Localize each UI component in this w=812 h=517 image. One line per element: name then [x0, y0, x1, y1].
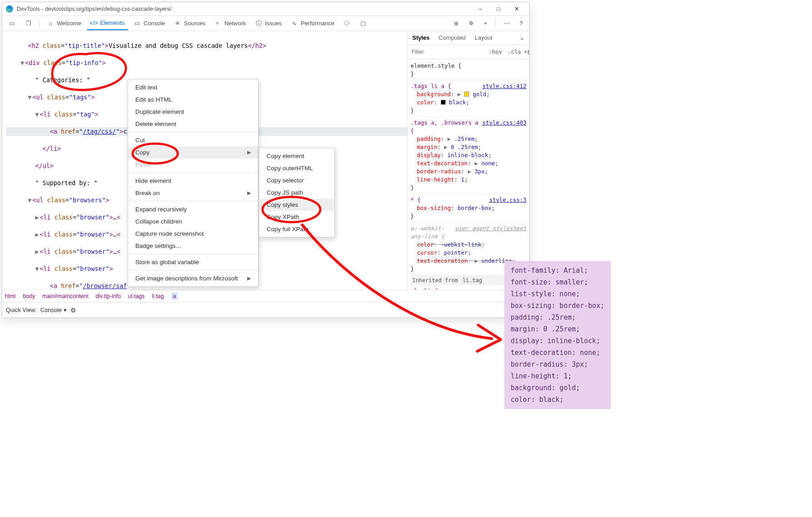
styles-filter-input[interactable] [408, 46, 486, 58]
ctx-copy-outerhtml[interactable]: Copy outerHTML [259, 162, 334, 174]
crumb-tip-info[interactable]: div.tip-info [96, 293, 121, 299]
rule-source-link[interactable]: style.css:403 [482, 119, 526, 127]
device-button[interactable]: ❐ [21, 17, 36, 30]
tab-network[interactable]: ᯤNetwork [211, 17, 250, 30]
hov-toggle[interactable]: :hov [486, 47, 505, 57]
quickview-label: Quick View: [6, 307, 37, 313]
chevron-down-icon: ▾ [64, 307, 67, 313]
tab-memory-icon[interactable]: ⧂ [340, 17, 354, 30]
dom-breadcrumbs: html body main#maincontent div.tip-info … [2, 289, 529, 302]
crumb-main[interactable]: main#maincontent [42, 293, 88, 299]
close-button[interactable]: ✕ [508, 2, 526, 15]
ctx-edit-text[interactable]: Edit text [128, 81, 258, 93]
tab-application-icon[interactable]: ▢ [356, 17, 370, 30]
window-title: DevTools - devtoolstips.org/tips/en/debu… [17, 6, 171, 12]
chevron-right-icon: ▶ [247, 190, 251, 196]
window-titlebar: DevTools - devtoolstips.org/tips/en/debu… [2, 2, 529, 16]
tab-console[interactable]: ▭Console [130, 17, 169, 30]
crumb-li-tag[interactable]: li.tag [152, 293, 164, 299]
help-icon[interactable]: ? [516, 17, 526, 29]
crumb-html[interactable]: html [5, 293, 16, 299]
ctx-delete[interactable]: Delete element [128, 118, 258, 130]
dom-href-css: /tag/css/ [83, 128, 116, 135]
quickview-drawer: Quick View: Console ▾ ⚙ [2, 302, 529, 317]
ctx-hide[interactable]: Hide element [128, 175, 258, 187]
styles-pane: Styles Computed Layout ⌄ :hov .cls + ▤ e… [407, 31, 529, 289]
ctx-edit-html[interactable]: Edit as HTML [128, 93, 258, 106]
more-tabs-icon[interactable]: ⌄ [515, 32, 529, 44]
chevron-right-icon: ▶ [247, 149, 251, 155]
rule-source-link[interactable]: style.css:3 [489, 196, 526, 204]
rule-star[interactable]: style.css:3 * { box-sizing: border-box; … [411, 194, 526, 223]
maximize-button[interactable]: □ [489, 2, 508, 15]
ctx-img-desc[interactable]: Get image descriptions from Microsoft▶ [128, 272, 258, 284]
minimize-button[interactable]: – [471, 2, 489, 15]
gear-icon[interactable]: ⚙ [70, 307, 76, 314]
ctx-collapse[interactable]: Collapse children [128, 215, 258, 228]
quickview-dropdown[interactable]: Console ▾ [40, 307, 67, 313]
devtools-toolbar: ▭ ❐ ⌂Welcome </>Elements ▭Console ✳Sourc… [2, 16, 529, 31]
tab-issues[interactable]: ⓘIssues [251, 17, 286, 30]
ctx-capture[interactable]: Capture node screenshot [128, 228, 258, 240]
tab-sources[interactable]: ✳Sources [171, 17, 209, 30]
edge-icon [6, 5, 13, 13]
dom-href-safari: /browser/saf [83, 282, 127, 289]
ctx-copy-styles[interactable]: Copy styles [259, 199, 334, 211]
rule-tags-a-browsers-a[interactable]: style.css:403 .tags a, .browsers a { pad… [411, 117, 526, 194]
ctx-break-on[interactable]: Break on▶ [128, 187, 258, 199]
tab-layout[interactable]: Layout [470, 32, 497, 44]
context-menu-main: Edit text Edit as HTML Duplicate element… [128, 79, 258, 287]
computed-toggle-icon[interactable]: ▤ [527, 48, 529, 55]
add-tab-button[interactable]: + [480, 17, 491, 29]
more-tab-2-icon[interactable]: ✲ [465, 17, 477, 29]
ctx-paste: Paste [128, 158, 258, 171]
crumb-body[interactable]: body [23, 293, 35, 299]
ctx-badge[interactable]: Badge settings… [128, 240, 258, 252]
tab-elements[interactable]: </>Elements [87, 17, 128, 30]
ctx-copy-element[interactable]: Copy element [259, 150, 334, 162]
copied-styles-callout: font-family: Arial; font-size: smaller; … [504, 261, 611, 409]
ctx-duplicate[interactable]: Duplicate element [128, 106, 258, 118]
ctx-copy-jspath[interactable]: Copy JS path [259, 186, 334, 199]
crumb-ul-tags[interactable]: ul.tags [128, 293, 145, 299]
ctx-copy-xpath[interactable]: Copy XPath [259, 211, 334, 223]
devtools-window: DevTools - devtoolstips.org/tips/en/debu… [2, 2, 530, 318]
more-tab-1-icon[interactable]: ⊕ [450, 17, 462, 29]
ctx-expand[interactable]: Expand recursively [128, 203, 258, 215]
ctx-cut[interactable]: Cut [128, 134, 258, 146]
cls-toggle[interactable]: .cls [505, 47, 524, 57]
new-style-rule-icon[interactable]: + [524, 49, 527, 55]
crumb-a[interactable]: a [171, 293, 178, 300]
chevron-right-icon: ▶ [247, 275, 251, 281]
tab-performance[interactable]: ∿Performance [287, 17, 338, 30]
ctx-store-global[interactable]: Store as global variable [128, 256, 258, 268]
ctx-copy-selector[interactable]: Copy selector [259, 174, 334, 186]
rule-source-link[interactable]: style.css:412 [482, 82, 526, 90]
kebab-menu-icon[interactable]: ⋯ [500, 17, 513, 29]
inspect-button[interactable]: ▭ [5, 17, 19, 30]
tab-welcome[interactable]: ⌂Welcome [43, 17, 85, 30]
context-menu-copy: Copy element Copy outerHTML Copy selecto… [259, 148, 335, 238]
ctx-copy[interactable]: Copy▶ [128, 146, 258, 158]
tab-styles[interactable]: Styles [408, 32, 434, 44]
rule-tags-li-a[interactable]: style.css:412 .tags li a { background: ▶… [411, 80, 526, 117]
rule-element-style[interactable]: element.style {} [411, 60, 526, 80]
ctx-copy-full-xpath[interactable]: Copy full XPath [259, 223, 334, 235]
tab-computed[interactable]: Computed [434, 32, 470, 44]
